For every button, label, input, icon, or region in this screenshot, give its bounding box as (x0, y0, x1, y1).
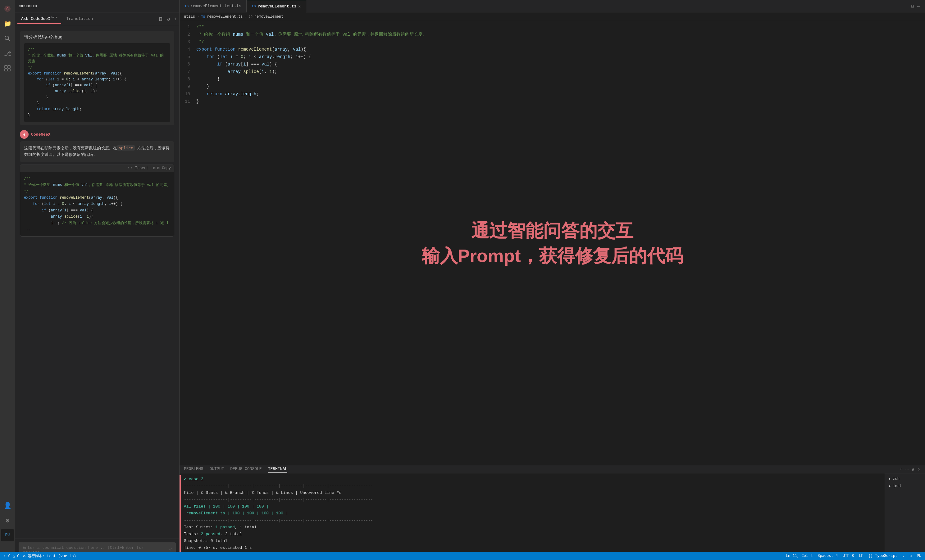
code-view[interactable]: 1 /** 2 * 给你一个数组 nums 和一个值 val，你需要 原地 移除… (179, 21, 900, 465)
tab-ask-badge: beta (51, 16, 58, 19)
terminal-item-zsh[interactable]: ▶ zsh (885, 475, 925, 482)
user-message: 请分析代码中的bug /** * 给你一个数组 nums 和一个值 val，你需… (20, 31, 174, 125)
code-line-3: 3 */ (179, 39, 900, 46)
breadcrumb: utils › TS removeElement.ts › ⬡ removeEl… (179, 12, 925, 21)
status-sync-icon[interactable]: ⊙ (910, 554, 911, 558)
send-icon[interactable]: ⏎ (169, 546, 172, 552)
code-line-5: 5 for (let i = 0; i < array.length; i++)… (179, 53, 900, 61)
terminal-snapshots: Snapshots: 0 total (184, 537, 880, 545)
sidebar-header: CODEGEEX (15, 0, 179, 12)
minimap (900, 21, 925, 465)
terminal-up-icon[interactable]: ∧ (911, 466, 915, 473)
extensions-icon[interactable] (1, 62, 14, 75)
status-remote[interactable]: PU (917, 554, 921, 558)
tab-output[interactable]: OUTPUT (209, 465, 224, 473)
terminal-remove-file: removeElement.ts | 100 | 100 | 100 | 100… (184, 510, 880, 517)
explorer-icon[interactable]: 📁 (1, 17, 14, 30)
tab-output-label: OUTPUT (209, 467, 224, 471)
status-eol[interactable]: LF (859, 554, 863, 558)
chat-area: 请分析代码中的bug /** * 给你一个数组 nums 和一个值 val，你需… (15, 26, 179, 539)
insert-label: ↑ Insert (131, 166, 148, 170)
status-ln-col[interactable]: Ln 11, Col 2 (786, 554, 812, 558)
code-line-1: 1 /** (179, 24, 900, 31)
sidebar-tab-icons: 🗑 ↺ + (158, 16, 177, 23)
refresh-icon[interactable]: ↺ (167, 16, 170, 23)
code-line-4: 4 export function removeElement(array, v… (179, 46, 900, 53)
terminal-close-icon[interactable]: ✕ (917, 466, 920, 473)
tab-main-file[interactable]: TS removeElement.ts ✕ (247, 0, 306, 12)
sync-icon[interactable]: PU (1, 529, 14, 541)
fixed-code-inner: /** * 给你一个数组 nums 和一个值 val，你需要 原地 移除所有数值… (20, 172, 174, 237)
svg-rect-5 (8, 66, 10, 68)
tab-debug-console[interactable]: DEBUG CONSOLE (230, 465, 262, 473)
status-encoding[interactable]: UTF-8 (843, 554, 854, 558)
terminal-split-icon[interactable]: ⋯ (905, 466, 908, 473)
status-bar: ⚡ 0 △ 0 ⚙ 运行脚本: test (vue-ts) Ln 11, Col… (0, 552, 925, 560)
terminal-coverage-header: File | % Stmts | % Branch | % Funcs | % … (184, 489, 880, 496)
tab-close-icon[interactable]: ✕ (298, 4, 301, 9)
code-line-10: 10 return array.length; (179, 91, 900, 98)
status-spaces[interactable]: Spaces: 4 (818, 554, 838, 558)
tab-terminal[interactable]: TERMINAL (268, 465, 287, 473)
terminal-sidebar-accent (179, 475, 181, 552)
more-actions-icon[interactable]: ⋯ (917, 3, 920, 9)
delete-icon[interactable]: 🗑 (158, 16, 163, 22)
code-line-2: 2 * 给你一个数组 nums 和一个值 val，你需要 原地 移除所有数值等于… (179, 31, 900, 39)
code-line-8: 8 } (179, 76, 900, 83)
tab-ask-codegeex[interactable]: Ask CodeGeeXbeta (17, 14, 61, 24)
insert-button[interactable]: ↑ ↑ Insert (127, 166, 148, 170)
split-editor-icon[interactable]: ⊟ (911, 3, 914, 9)
sidebar-tabs: Ask CodeGeeXbeta Translation 🗑 ↺ + (15, 12, 179, 26)
terminal-content-row: ✓ case 2 ------------------|---------|--… (179, 473, 925, 552)
tab-translation[interactable]: Translation (62, 15, 96, 24)
assistant-message: G CodeGeeX 这段代码在移除元素之后，没有更新数组的长度。在splice… (20, 130, 174, 237)
svg-text:G: G (6, 7, 8, 12)
code-block-header: ↑ ↑ Insert ⧉ ⧉ Copy (20, 165, 174, 172)
zsh-label: zsh (893, 477, 899, 481)
account-icon[interactable]: 👤 (1, 499, 14, 512)
add-icon[interactable]: + (174, 17, 177, 22)
settings-icon[interactable]: ⚙ (1, 514, 14, 527)
code-line-7: 7 array.splice(i, 1); (179, 68, 900, 76)
terminal-time: Time: 0.757 s, estimated 1 s (184, 545, 880, 551)
breadcrumb-utils[interactable]: utils (184, 15, 195, 19)
search-icon[interactable] (1, 32, 14, 45)
terminal-body[interactable]: ✓ case 2 ------------------|---------|--… (179, 473, 884, 552)
status-script[interactable]: ⚙ 运行脚本: test (vue-ts) (23, 554, 76, 559)
copy-label: ⧉ Copy (157, 166, 171, 170)
editor-tabs: TS removeElement.test.ts TS removeElemen… (179, 0, 925, 12)
breadcrumb-symbol-icon: ⬡ (249, 14, 253, 19)
ts-icon-main: TS (252, 5, 256, 8)
breadcrumb-file[interactable]: removeElement.ts (207, 15, 243, 19)
copy-icon: ⧉ (153, 166, 156, 170)
status-language[interactable]: {} TypeScript (868, 554, 898, 558)
assistant-body: 这段代码在移除元素之后，没有更新数组的长度。在splice 方法之后，应该将数组… (20, 141, 174, 162)
copy-button[interactable]: ⧉ ⧉ Copy (153, 166, 171, 170)
breadcrumb-ts-icon: TS (201, 15, 205, 19)
status-errors[interactable]: ⚡ 0 △ 0 (4, 554, 19, 558)
terminal-tests: Tests: 2 passed, 2 total (184, 531, 880, 537)
splice-code: splice (117, 145, 135, 150)
tab-problems-label: PROBLEMS (184, 467, 203, 471)
tab-ask-label: Ask CodeGeeX (21, 17, 50, 21)
assistant-intro: 这段代码在移除元素之后，没有更新数组的长度。在 (24, 146, 117, 150)
terminal-check-line: ✓ case 2 (184, 476, 880, 483)
ts-icon-test: TS (184, 5, 188, 8)
tab-test-label: removeElement.test.ts (190, 4, 241, 8)
sidebar: CODEGEEX Ask CodeGeeXbeta Translation 🗑 … (15, 0, 179, 560)
breadcrumb-sep2: › (245, 15, 247, 19)
breadcrumb-function[interactable]: removeElement (255, 15, 283, 19)
assistant-name: CodeGeeX (31, 132, 50, 137)
svg-rect-4 (5, 66, 7, 68)
tab-problems[interactable]: PROBLEMS (184, 465, 203, 473)
terminal-item-jest[interactable]: ▶ jest (885, 482, 925, 489)
tab-terminal-label: TERMINAL (268, 467, 287, 471)
svg-rect-7 (8, 69, 10, 71)
tab-test-file[interactable]: TS removeElement.test.ts (179, 0, 247, 12)
status-cloud-icon[interactable]: ☁ (902, 554, 904, 558)
git-icon[interactable]: ⎇ (1, 47, 14, 60)
codegeeX-icon[interactable]: G (1, 3, 14, 15)
terminal-tab-actions: + ⋯ ∧ ✕ (899, 466, 920, 473)
new-terminal-icon[interactable]: + (899, 467, 902, 472)
jest-label: jest (893, 484, 902, 488)
